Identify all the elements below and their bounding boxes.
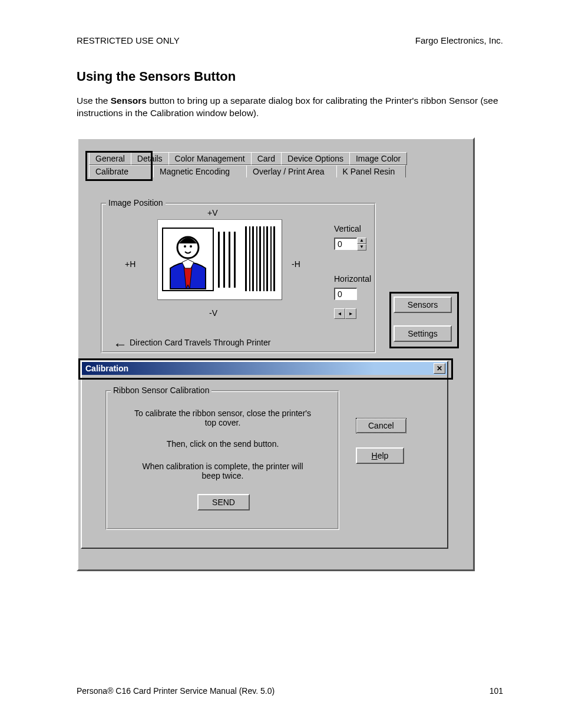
- calib-line2: Then, click on the send button.: [134, 439, 311, 449]
- tab-overlay-print-area[interactable]: Overlay / Print Area: [246, 165, 336, 177]
- tab-image-color[interactable]: Image Color: [349, 152, 407, 165]
- ribbon-sensor-legend: Ribbon Sensor Calibration: [111, 386, 211, 395]
- scroll-left-icon[interactable]: ◂: [334, 308, 345, 319]
- tab-color-management[interactable]: Color Management: [168, 152, 252, 165]
- horizontal-label: Horizontal: [334, 274, 371, 284]
- header-right: Fargo Electronics, Inc.: [415, 35, 503, 45]
- plus-h-label: +H: [125, 259, 135, 269]
- tab-device-options[interactable]: Device Options: [281, 152, 350, 165]
- section-title: Using the Sensors Button: [77, 69, 503, 84]
- svg-point-3: [190, 245, 192, 248]
- close-icon[interactable]: ✕: [434, 363, 445, 374]
- tab-row-1: General Details Color Management Card De…: [89, 152, 467, 165]
- vertical-up-icon[interactable]: ▲: [357, 238, 366, 244]
- tab-magnetic-encoding[interactable]: Magnetic Encoding: [153, 165, 247, 177]
- printer-properties-dialog: General Details Color Management Card De…: [77, 137, 475, 571]
- vertical-spinner[interactable]: ▲ ▼: [357, 238, 366, 251]
- arrow-left-icon: ←: [113, 336, 127, 353]
- calibration-titlebar: Calibration ✕: [82, 362, 447, 375]
- body-pre: Use the: [77, 95, 111, 106]
- horizontal-input[interactable]: [334, 288, 357, 300]
- plus-v-label: +V: [207, 208, 218, 218]
- scroll-right-icon[interactable]: ▸: [345, 308, 356, 319]
- tab-details[interactable]: Details: [131, 152, 169, 165]
- calibration-dialog: Calibration ✕ Ribbon Sensor Calibration …: [81, 361, 448, 549]
- calib-line3: When calibration is complete, the printe…: [134, 462, 311, 480]
- minus-h-label: -H: [292, 259, 300, 269]
- page-number: 101: [490, 686, 503, 696]
- calibration-title-text: Calibration: [85, 364, 128, 373]
- header-left: RESTRICTED USE ONLY: [77, 35, 180, 45]
- section-body: Use the Sensors button to bring up a sep…: [77, 95, 503, 120]
- card-preview: [157, 219, 282, 300]
- help-button[interactable]: Help: [356, 447, 404, 464]
- vertical-input[interactable]: [334, 238, 357, 250]
- tab-k-panel-resin[interactable]: K Panel Resin: [336, 165, 406, 177]
- tab-calibrate[interactable]: Calibrate: [89, 165, 154, 177]
- horizontal-scroll[interactable]: ◂ ▸: [334, 308, 356, 319]
- ribbon-sensor-group: Ribbon Sensor Calibration To calibrate t…: [105, 390, 339, 530]
- vertical-down-icon[interactable]: ▼: [357, 244, 366, 251]
- help-rest: elp: [378, 451, 389, 460]
- tab-card[interactable]: Card: [251, 152, 282, 165]
- footer-pre: Persona: [77, 686, 107, 696]
- svg-point-2: [184, 245, 186, 248]
- body-bold: Sensors: [111, 95, 147, 106]
- footer-left: Persona® C16 Card Printer Service Manual…: [77, 686, 275, 696]
- send-button[interactable]: SEND: [197, 494, 250, 510]
- cancel-button[interactable]: Cancel: [356, 418, 406, 433]
- help-underline: H: [372, 451, 378, 460]
- tab-general[interactable]: General: [89, 152, 131, 165]
- image-position-group: Image Position +V +H -H -V: [101, 203, 376, 353]
- card-portrait-icon: [161, 227, 214, 292]
- barcode-icon: [245, 226, 277, 293]
- settings-button[interactable]: Settings: [394, 325, 452, 342]
- minus-v-label: -V: [209, 308, 217, 318]
- vertical-label: Vertical: [334, 224, 361, 233]
- footer-post: C16 Card Printer Service Manual (Rev. 5.…: [113, 686, 275, 696]
- image-position-legend: Image Position: [106, 198, 166, 207]
- footer-sym: ®: [107, 686, 113, 696]
- direction-label: Direction Card Travels Through Printer: [130, 338, 270, 347]
- calib-line1: To calibrate the ribbon sensor, close th…: [134, 409, 311, 427]
- sensors-button[interactable]: Sensors: [394, 297, 452, 313]
- tab-row-2: Calibrate Magnetic Encoding Overlay / Pr…: [89, 165, 467, 177]
